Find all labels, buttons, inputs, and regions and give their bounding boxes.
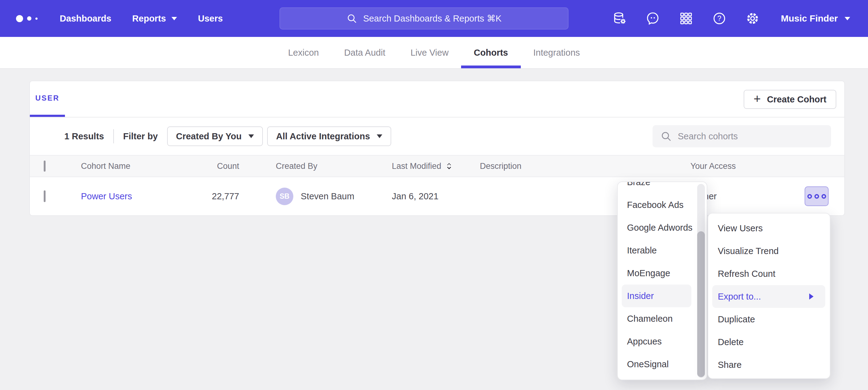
table-row: Power Users 22,777 SB Steven Baum Jan 6,…: [30, 177, 844, 215]
submenu-item[interactable]: OneSignal: [618, 353, 707, 376]
plus-icon: +: [753, 93, 761, 105]
created-by-cell: SB Steven Baum: [276, 188, 392, 205]
dot-icon: [822, 194, 826, 199]
chevron-down-icon: [845, 17, 850, 20]
context-menu-item[interactable]: Export to...: [712, 285, 825, 308]
submenu-item[interactable]: Appcues: [618, 330, 707, 353]
global-search-bar[interactable]: Search Dashboards & Reports ⌘K: [279, 7, 568, 30]
chevron-down-icon: [172, 17, 177, 20]
section-tab[interactable]: Data Audit: [332, 37, 398, 68]
cohort-name-link[interactable]: Power Users: [81, 191, 132, 201]
export-submenu: Braze Facebook Ads Google Adwords Iterab…: [617, 182, 707, 380]
tab-user[interactable]: USER: [30, 81, 65, 117]
nav-links: Dashboards Reports Users: [60, 13, 223, 24]
global-search-placeholder: Search Dashboards & Reports ⌘K: [363, 13, 502, 24]
chevron-down-icon: [248, 134, 254, 138]
nav-link[interactable]: Dashboards: [60, 13, 112, 24]
filter-dropdown[interactable]: All Active Integrations: [267, 126, 391, 146]
workspace-switcher[interactable]: Music Finder: [781, 13, 850, 24]
row-menu-button[interactable]: [805, 186, 829, 206]
submenu-item[interactable]: Google Adwords: [618, 216, 707, 239]
settings-gear-icon[interactable]: [745, 11, 760, 26]
apps-grid-icon[interactable]: [679, 11, 693, 26]
logo-dot-medium: [27, 16, 31, 21]
create-cohort-button[interactable]: + Create Cohort: [744, 90, 836, 109]
cohorts-card: USER + Create Cohort 1 Results Filter by…: [29, 80, 845, 216]
col-created-by[interactable]: Created By: [276, 161, 392, 171]
submenu-item[interactable]: Insider: [622, 285, 691, 307]
context-menu-item[interactable]: Duplicate: [708, 308, 830, 331]
workspace-name: Music Finder: [781, 13, 838, 24]
col-count[interactable]: Count: [178, 161, 239, 171]
select-all-checkbox[interactable]: [44, 161, 45, 172]
submenu-item[interactable]: MoEngage: [618, 262, 707, 285]
help-icon[interactable]: ?: [712, 11, 727, 26]
dot-icon: [814, 194, 819, 199]
section-tab[interactable]: Cohorts: [461, 37, 521, 68]
col-cohort-name[interactable]: Cohort Name: [81, 161, 178, 171]
cohort-type-tabs: USER + Create Cohort: [30, 81, 844, 118]
nav-right-cluster: ? Music Finder: [612, 0, 850, 37]
search-icon: [660, 131, 672, 142]
context-menu-item[interactable]: Delete: [708, 331, 830, 353]
row-actions: [792, 186, 844, 206]
nav-link[interactable]: Reports: [132, 13, 177, 24]
data-management-icon[interactable]: [612, 11, 627, 26]
context-menu-item[interactable]: Visualize Trend: [708, 239, 830, 262]
last-modified-cell: Jan 6, 2021: [392, 191, 480, 201]
sort-icon[interactable]: [445, 162, 453, 170]
table-header: Cohort Name Count Created By Last Modifi…: [30, 155, 844, 177]
mixpanel-logo[interactable]: [16, 15, 50, 22]
submenu-item[interactable]: Iterable: [618, 239, 707, 262]
logo-dot-large: [16, 15, 23, 22]
created-by-name: Steven Baum: [301, 191, 354, 201]
search-icon: [347, 13, 357, 24]
section-tab-bar: Lexicon Data Audit Live View Cohorts Int…: [0, 37, 868, 69]
divider: [113, 129, 114, 143]
col-your-access[interactable]: Your Access: [690, 161, 792, 171]
section-tab[interactable]: Integrations: [521, 37, 593, 68]
submenu-item[interactable]: Facebook Ads: [618, 193, 707, 216]
row-checkbox[interactable]: [44, 190, 45, 202]
submenu-arrow-icon: [809, 293, 813, 300]
col-description[interactable]: Description: [480, 161, 690, 171]
filter-by-label: Filter by: [123, 131, 158, 141]
results-count: 1 Results: [64, 131, 104, 141]
cohort-count: 22,777: [178, 191, 239, 201]
submenu-item[interactable]: Chameleon: [618, 307, 707, 330]
context-menu-item[interactable]: Refresh Count: [708, 262, 830, 285]
submenu-item[interactable]: Braze: [618, 182, 707, 193]
context-menu-item[interactable]: Share: [708, 353, 830, 376]
filter-dropdown[interactable]: Created By You: [167, 126, 263, 146]
filter-dropdowns: Created By You All Active Integrations: [167, 126, 391, 146]
context-menu-item[interactable]: View Users: [708, 217, 830, 239]
nav-link[interactable]: Users: [198, 13, 223, 24]
col-last-modified[interactable]: Last Modified: [392, 161, 480, 171]
logo-dot-small: [35, 18, 37, 20]
svg-text:?: ?: [717, 14, 721, 23]
chevron-down-icon: [377, 134, 382, 138]
section-tab[interactable]: Lexicon: [276, 37, 332, 68]
avatar: SB: [276, 188, 293, 205]
section-tab[interactable]: Live View: [398, 37, 461, 68]
filter-toolbar: 1 Results Filter by Created By You All A…: [30, 118, 844, 155]
row-context-menu: View Users Visualize Trend Refresh Count…: [708, 213, 831, 379]
top-nav: Dashboards Reports Users Search Dashboar…: [0, 0, 868, 37]
feedback-chat-icon[interactable]: [646, 11, 660, 26]
cohort-search-box: [653, 125, 831, 147]
scrollbar-thumb[interactable]: [697, 231, 705, 377]
dot-icon: [807, 194, 812, 199]
cohort-search-input[interactable]: [678, 131, 823, 141]
